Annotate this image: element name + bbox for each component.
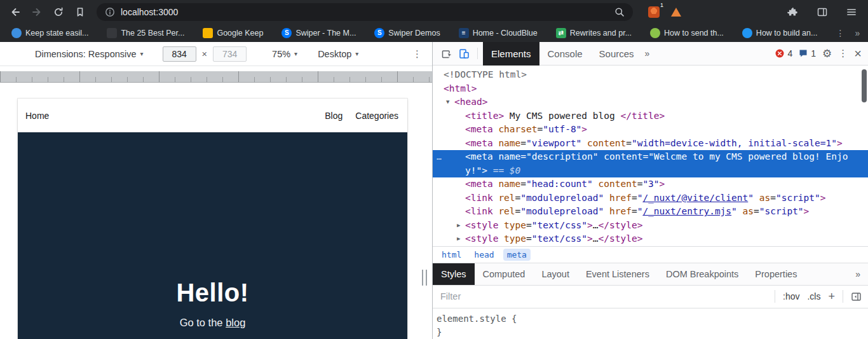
- site-info-icon[interactable]: [104, 6, 116, 18]
- screen: localhost:3000 1: [0, 0, 868, 339]
- privacy-badger-extension-button[interactable]: 1: [648, 6, 660, 18]
- nav-categories-link[interactable]: Categories: [355, 111, 398, 121]
- ellipsis-hint-icon[interactable]: …: [437, 150, 442, 164]
- tree-row-meta-viewport[interactable]: <meta name="viewport" content="width=dev…: [433, 137, 868, 151]
- bookmark-item[interactable]: Keep state easil...: [11, 28, 88, 38]
- expander-closed-icon[interactable]: ▶: [457, 219, 465, 233]
- tab-computed[interactable]: Computed: [475, 263, 534, 285]
- blog-link[interactable]: blog: [226, 317, 245, 328]
- url-text[interactable]: localhost:3000: [121, 7, 614, 17]
- chevron-down-icon: ▾: [355, 50, 358, 57]
- bookmark-label: How to send th...: [664, 29, 724, 38]
- tree-row-html[interactable]: <html>: [433, 82, 868, 96]
- nav-blog-link[interactable]: Blog: [325, 111, 342, 121]
- height-input[interactable]: [213, 46, 247, 62]
- dimensions-select[interactable]: Dimensions: Responsive ▾: [35, 49, 144, 59]
- toolbar-divider: [477, 48, 478, 59]
- code-token: <style: [465, 220, 498, 230]
- bookmark-item[interactable]: How to build an...: [742, 28, 818, 38]
- bookmark-item[interactable]: Google Keep: [203, 28, 263, 38]
- code-token: <title>: [465, 111, 504, 121]
- expander-closed-icon[interactable]: ▶: [457, 232, 465, 246]
- menu-icon: [846, 6, 857, 18]
- resource-link[interactable]: /_nuxt/entry.mjs: [642, 206, 731, 216]
- address-bar[interactable]: localhost:3000: [97, 3, 633, 21]
- breadcrumb-head[interactable]: head: [470, 249, 498, 261]
- bookmark-item[interactable]: S Swiper Demos: [374, 28, 440, 38]
- toggle-cls-button[interactable]: .cls: [807, 291, 820, 301]
- reload-button[interactable]: [50, 3, 67, 21]
- tree-row-title[interactable]: <title> My CMS powered blog </title>: [433, 109, 868, 123]
- tab-dom-breakpoints[interactable]: DOM Breakpoints: [658, 263, 747, 285]
- nav-home-link[interactable]: Home: [25, 111, 49, 121]
- favicon-glyph: S: [377, 30, 382, 36]
- breadcrumb-html[interactable]: html: [438, 249, 465, 261]
- bookmark-item[interactable]: How to send th...: [650, 28, 724, 38]
- tree-row-meta-headcount[interactable]: <meta name="head:count" content="3">: [433, 177, 868, 191]
- bookmark-item[interactable]: S Swiper - The M...: [281, 28, 356, 38]
- more-sidebar-tabs-icon[interactable]: »: [855, 269, 860, 279]
- bookmark-item[interactable]: ≡ Home - CloudBlue: [459, 28, 538, 38]
- sidebar-toggle-icon[interactable]: [851, 291, 862, 302]
- triangle-extension-icon[interactable]: [671, 8, 681, 17]
- dollar-zero-hint: == $0: [487, 165, 520, 176]
- bookmarks-right-controls: ⋮ »: [836, 28, 860, 38]
- tab-layout[interactable]: Layout: [533, 263, 578, 285]
- code-token: <style: [465, 233, 498, 244]
- breadcrumb-meta[interactable]: meta: [503, 249, 531, 261]
- browser-menu-button[interactable]: [843, 3, 860, 21]
- tree-row-style-2[interactable]: ▶<style type="text/css">…</style>: [433, 232, 868, 246]
- tree-row-meta-description-selected[interactable]: …<meta name="description" content="Welcm…: [433, 150, 868, 164]
- filter-input[interactable]: [440, 291, 775, 301]
- tree-row-meta-description-wrap[interactable]: y!"> == $0: [433, 164, 868, 178]
- bookmark-item[interactable]: The 25 Best Per...: [107, 28, 184, 38]
- panel-resize-handle[interactable]: [422, 270, 427, 286]
- tree-row-link-vite[interactable]: <link rel="modulepreload" href="/_nuxt/@…: [433, 191, 868, 205]
- tab-properties[interactable]: Properties: [747, 263, 805, 285]
- scrollbar-thumb[interactable]: [862, 69, 867, 102]
- tree-row-style-1[interactable]: ▶<style type="text/css">…</style>: [433, 219, 868, 233]
- tab-event-listeners[interactable]: Event Listeners: [578, 263, 658, 285]
- tree-row-head[interactable]: ▼<head>: [433, 95, 868, 109]
- device-toolbar-toggle[interactable]: [456, 45, 472, 62]
- more-tabs-icon[interactable]: »: [645, 48, 650, 59]
- more-vert-icon[interactable]: ⋮: [836, 28, 844, 38]
- toggle-hov-button[interactable]: :hov: [783, 291, 799, 301]
- tab-sources[interactable]: Sources: [591, 42, 642, 66]
- width-input[interactable]: [163, 46, 196, 62]
- breadcrumb-bar: html head meta: [433, 246, 868, 263]
- zoom-icon[interactable]: [614, 6, 625, 18]
- issues-badge[interactable]: 1: [799, 48, 816, 59]
- bookmark-button[interactable]: [71, 3, 89, 21]
- zoom-select[interactable]: 75% ▾: [272, 49, 297, 59]
- error-badge[interactable]: 4: [775, 48, 792, 59]
- tab-styles[interactable]: Styles: [433, 263, 475, 285]
- side-panel-button[interactable]: [813, 3, 831, 21]
- extensions-button[interactable]: [784, 3, 802, 21]
- tab-console[interactable]: Console: [539, 42, 591, 66]
- bookmark-item[interactable]: ⇄ Rewrites and pr...: [556, 28, 632, 38]
- expander-open-icon[interactable]: ▼: [446, 95, 454, 109]
- back-button[interactable]: [6, 3, 24, 21]
- inspect-button[interactable]: [439, 45, 456, 62]
- resource-link[interactable]: /_nuxt/@vite/client: [642, 193, 748, 203]
- code-token: charset: [493, 124, 538, 134]
- side-panel-icon: [817, 6, 828, 18]
- device-toolbar-menu-icon[interactable]: ⋮: [412, 48, 422, 60]
- code-token: href: [604, 193, 632, 203]
- close-icon[interactable]: ×: [854, 47, 862, 60]
- devtools-menu-icon[interactable]: ⋮: [838, 48, 848, 59]
- bookmarks-bar: Keep state easil... The 25 Best Per... G…: [0, 24, 868, 42]
- new-style-rule-button[interactable]: +: [828, 290, 835, 303]
- forward-button[interactable]: [28, 3, 46, 21]
- code-token: =: [520, 179, 526, 189]
- tree-row-doctype[interactable]: <!DOCTYPE html>: [433, 68, 868, 82]
- element-style-rule[interactable]: element.style {: [437, 312, 868, 326]
- tab-elements[interactable]: Elements: [483, 42, 539, 66]
- tree-row-meta-charset[interactable]: <meta charset="utf-8">: [433, 123, 868, 137]
- gear-icon[interactable]: ⚙: [822, 47, 832, 60]
- throttle-select[interactable]: Desktop ▾: [318, 49, 358, 59]
- bookmarks-overflow-icon[interactable]: »: [855, 28, 860, 38]
- bookmark-favicon: [650, 28, 660, 38]
- tree-row-link-entry[interactable]: <link rel="modulepreload" href="/_nuxt/e…: [433, 205, 868, 219]
